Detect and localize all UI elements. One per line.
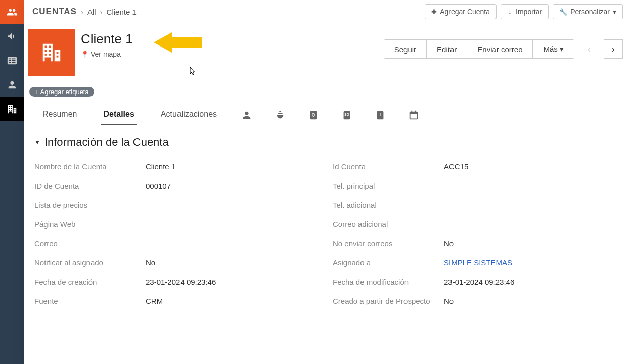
prev-record-button: ‹ bbox=[579, 39, 599, 59]
field-label: Fecha de creación bbox=[34, 278, 146, 286]
add-account-label: Agregar Cuenta bbox=[440, 8, 490, 16]
view-map-label: Ver mapa bbox=[91, 50, 121, 58]
action-button-group: Seguir Editar Enviar correo Más ▾ bbox=[384, 39, 574, 59]
tab-quote-icon[interactable]: Q bbox=[308, 110, 319, 121]
field-value: 23-01-2024 09:23:46 bbox=[146, 278, 216, 286]
customize-label: Personalizar bbox=[570, 8, 610, 16]
field-label: ID de Cuenta bbox=[34, 181, 146, 190]
record-actions: Seguir Editar Enviar correo Más ▾ ‹ › bbox=[384, 29, 623, 59]
tab-invoice-icon[interactable]: I bbox=[375, 110, 386, 121]
edit-button[interactable]: Editar bbox=[427, 40, 467, 58]
tab-money-icon[interactable] bbox=[275, 110, 286, 121]
sidebar-item-contacts[interactable] bbox=[0, 0, 24, 24]
tab-salesorder-icon[interactable]: SO bbox=[341, 110, 352, 121]
field-row: Asignado aSIMPLE SISTEMAS bbox=[333, 253, 621, 272]
tab-details[interactable]: Detalles bbox=[101, 105, 136, 125]
sidebar bbox=[0, 0, 24, 364]
field-value[interactable]: SIMPLE SISTEMAS bbox=[444, 258, 512, 267]
chevron-right-icon: › bbox=[81, 8, 83, 16]
send-email-button[interactable]: Enviar correo bbox=[467, 40, 533, 58]
field-row: Correo bbox=[34, 234, 323, 253]
svg-marker-0 bbox=[154, 32, 202, 53]
field-label: Nombre de la Cuenta bbox=[34, 162, 146, 171]
account-avatar bbox=[28, 29, 75, 76]
chevron-right-icon: › bbox=[100, 8, 103, 16]
field-value: Cliente 1 bbox=[146, 162, 175, 171]
main-content: CUENTAS › All › Cliente 1 ✚ Agregar Cuen… bbox=[24, 0, 631, 364]
field-row: Id CuentaACC15 bbox=[333, 157, 621, 176]
field-value: ACC15 bbox=[444, 162, 468, 171]
field-row: Tel. adicional bbox=[333, 195, 621, 214]
tab-contacts-icon[interactable] bbox=[241, 110, 252, 121]
account-info-section: ▼ Información de la Cuenta Nombre de la … bbox=[24, 125, 631, 315]
field-value: CRM bbox=[146, 297, 163, 305]
field-label: Notificar al asignado bbox=[34, 258, 146, 267]
tab-calendar-icon[interactable] bbox=[408, 110, 419, 121]
section-toggle[interactable]: ▼ Información de la Cuenta bbox=[34, 135, 621, 149]
tab-updates[interactable]: Actualizaciones bbox=[159, 105, 219, 125]
annotation-arrow bbox=[154, 32, 202, 53]
sidebar-item-profile[interactable] bbox=[0, 73, 24, 97]
caret-down-icon: ▾ bbox=[560, 44, 564, 53]
field-row: FuenteCRM bbox=[34, 291, 323, 310]
add-tag-label: Agregar etiqueta bbox=[40, 88, 89, 96]
field-label: Asignado a bbox=[333, 258, 444, 267]
sidebar-item-campaigns[interactable] bbox=[0, 24, 24, 49]
breadcrumb-record: Cliente 1 bbox=[107, 8, 137, 16]
field-label: Creado a partir de Prospecto bbox=[333, 297, 444, 305]
caret-down-icon: ▼ bbox=[34, 139, 40, 146]
field-value: 000107 bbox=[146, 181, 171, 190]
field-value: No bbox=[444, 297, 454, 305]
add-account-button[interactable]: ✚ Agregar Cuenta bbox=[425, 4, 497, 19]
field-row: Correo adicional bbox=[333, 214, 621, 234]
follow-button[interactable]: Seguir bbox=[384, 40, 427, 58]
tab-summary[interactable]: Resumen bbox=[40, 105, 79, 125]
field-value: 23-01-2024 09:23:46 bbox=[444, 278, 514, 286]
record-tabs: Resumen Detalles Actualizaciones Q SO I bbox=[24, 105, 631, 125]
import-label: Importar bbox=[516, 8, 542, 16]
field-row: Nombre de la CuentaCliente 1 bbox=[34, 157, 323, 176]
breadcrumb-filter[interactable]: All bbox=[87, 8, 96, 16]
plus-icon: ✚ bbox=[431, 8, 437, 16]
field-label: Correo bbox=[34, 239, 146, 248]
import-button[interactable]: ⤓ Importar bbox=[501, 4, 549, 19]
field-label: No enviar correos bbox=[333, 239, 444, 248]
field-label: Tel. principal bbox=[333, 181, 444, 190]
fields-right-column: Id CuentaACC15Tel. principalTel. adicion… bbox=[333, 157, 621, 310]
field-row: Fecha de creación23-01-2024 09:23:46 bbox=[34, 272, 323, 291]
breadcrumb: CUENTAS › All › Cliente 1 bbox=[32, 7, 137, 17]
svg-text:SO: SO bbox=[344, 112, 349, 116]
fields-left-column: Nombre de la CuentaCliente 1ID de Cuenta… bbox=[34, 157, 323, 310]
topbar: CUENTAS › All › Cliente 1 ✚ Agregar Cuen… bbox=[24, 0, 631, 23]
wrench-icon: 🔧 bbox=[559, 8, 567, 16]
field-row: Lista de precios bbox=[34, 195, 323, 214]
field-label: Página Web bbox=[34, 220, 146, 229]
field-row: Tel. principal bbox=[333, 176, 621, 195]
field-value: No bbox=[444, 239, 454, 248]
svg-text:Q: Q bbox=[312, 112, 316, 117]
field-value: No bbox=[146, 258, 155, 267]
field-row: Notificar al asignadoNo bbox=[34, 253, 323, 272]
customize-button[interactable]: 🔧 Personalizar ▾ bbox=[553, 4, 623, 19]
map-pin-icon: 📍 bbox=[81, 51, 89, 58]
next-record-button[interactable]: › bbox=[604, 39, 623, 59]
view-map-link[interactable]: 📍 Ver mapa bbox=[81, 50, 133, 58]
record-title: Cliente 1 bbox=[81, 31, 133, 47]
sidebar-item-cards[interactable] bbox=[0, 49, 24, 73]
sidebar-item-accounts[interactable] bbox=[0, 97, 24, 121]
field-label: Id Cuenta bbox=[333, 162, 444, 171]
field-row: Página Web bbox=[34, 214, 323, 234]
field-label: Fecha de modificación bbox=[333, 278, 444, 286]
top-actions: ✚ Agregar Cuenta ⤓ Importar 🔧 Personaliz… bbox=[425, 4, 623, 19]
breadcrumb-module[interactable]: CUENTAS bbox=[32, 7, 77, 17]
field-label: Correo adicional bbox=[333, 220, 444, 229]
download-icon: ⤓ bbox=[507, 8, 513, 16]
section-title-text: Información de la Cuenta bbox=[44, 135, 169, 149]
field-label: Fuente bbox=[34, 297, 146, 305]
more-button[interactable]: Más ▾ bbox=[533, 40, 574, 58]
svg-text:I: I bbox=[380, 112, 381, 117]
field-row: No enviar correosNo bbox=[333, 234, 621, 253]
record-header: Cliente 1 📍 Ver mapa Seguir Editar Envia… bbox=[24, 23, 631, 84]
add-tag-button[interactable]: + Agregar etiqueta bbox=[29, 87, 94, 97]
field-row: ID de Cuenta000107 bbox=[34, 176, 323, 195]
